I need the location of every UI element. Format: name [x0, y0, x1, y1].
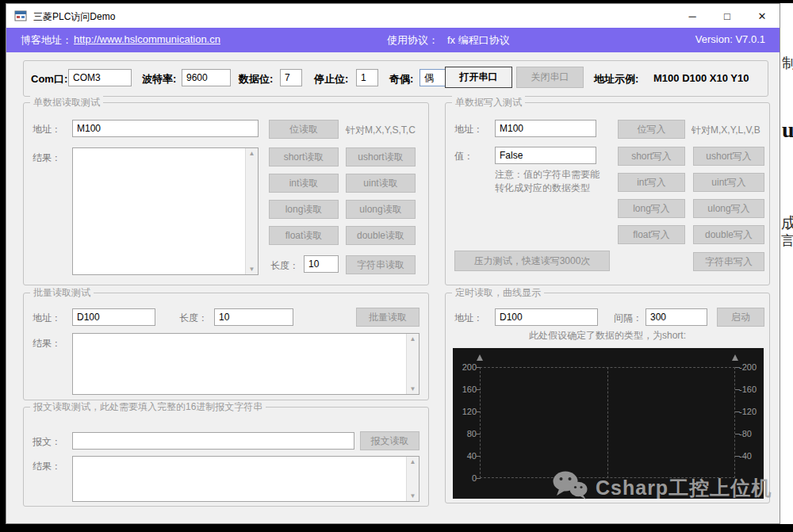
- batch-result-label: 结果：: [33, 337, 61, 350]
- batch-read-button[interactable]: 批量读取: [356, 308, 419, 327]
- chart-center-gridline: [607, 367, 608, 478]
- background-text-fragment: 制: [782, 54, 793, 73]
- protocol-label: 使用协议：: [387, 33, 439, 48]
- float-read-button[interactable]: float读取: [269, 226, 339, 245]
- tick-mark: [735, 456, 740, 457]
- uint-write-button[interactable]: uint写入: [693, 173, 764, 192]
- baud-rate-input[interactable]: 9600: [182, 69, 231, 86]
- left-axis-tick: 120: [454, 407, 477, 416]
- string-read-button[interactable]: 字符串读取: [346, 255, 416, 274]
- right-axis-tick: -200: [739, 362, 757, 372]
- right-axis-tick: -80: [739, 429, 752, 438]
- blog-link[interactable]: http://www.hslcommunication.cn: [74, 33, 220, 45]
- scroll-up-icon[interactable]: ▲: [410, 335, 416, 343]
- right-axis-tick: -160: [739, 385, 757, 394]
- long-write-button[interactable]: long写入: [618, 199, 685, 218]
- bit-read-button[interactable]: 位读取: [269, 120, 339, 139]
- short-read-button[interactable]: short读取: [269, 147, 339, 166]
- stop-bits-label: 停止位:: [314, 72, 348, 86]
- com-port-input[interactable]: COM3: [68, 69, 132, 86]
- scroll-down-icon[interactable]: ▼: [249, 266, 255, 273]
- int-write-button[interactable]: int写入: [618, 173, 685, 192]
- close-serial-button[interactable]: 关闭串口: [516, 67, 584, 88]
- tick-mark: [476, 367, 481, 368]
- left-axis-arrow-icon: [477, 354, 483, 361]
- message-result-label: 结果：: [33, 460, 61, 473]
- ushort-read-button[interactable]: ushort读取: [346, 147, 416, 166]
- address-example-label: 地址示例:: [594, 72, 638, 86]
- scrollbar[interactable]: ▲ ▼: [406, 457, 419, 501]
- app-window: 三菱PLC访问Demo ─ □ ✕ 博客地址： http://www.hslco…: [6, 3, 780, 524]
- short-write-button[interactable]: short写入: [618, 147, 685, 166]
- watermark-text: Csharp工控上位机: [596, 475, 772, 501]
- message-read-button[interactable]: 报文读取: [360, 431, 419, 450]
- background-text-fragment: 言: [781, 232, 793, 250]
- baud-rate-label: 波特率:: [142, 72, 176, 86]
- tick-mark: [476, 389, 481, 390]
- timed-read-hint: 此处假设确定了数据的类型，为short:: [453, 329, 762, 343]
- right-axis-tick: -120: [739, 407, 757, 416]
- wechat-icon: [552, 470, 588, 505]
- float-write-button[interactable]: float写入: [618, 225, 685, 244]
- left-axis-tick: 160: [454, 385, 477, 394]
- single-write-group-title: 单数据写入测试: [452, 96, 525, 109]
- batch-address-input[interactable]: D100: [72, 308, 155, 326]
- close-button[interactable]: ✕: [745, 4, 780, 28]
- single-read-address-input[interactable]: M100: [72, 120, 259, 137]
- ushort-write-button[interactable]: ushort写入: [693, 147, 764, 166]
- scroll-down-icon[interactable]: ▼: [410, 385, 416, 392]
- edge-left: [0, 0, 6, 532]
- single-read-address-label: 地址：: [33, 123, 61, 136]
- edge-bottom: [0, 524, 793, 532]
- title-bar[interactable]: 三菱PLC访问Demo ─ □ ✕: [6, 4, 780, 28]
- ulong-read-button[interactable]: ulong读取: [346, 200, 416, 219]
- double-write-button[interactable]: double写入: [693, 225, 764, 244]
- single-read-length-input[interactable]: 10: [304, 255, 339, 273]
- batch-length-input[interactable]: 10: [214, 308, 293, 326]
- uint-read-button[interactable]: uint读取: [346, 174, 416, 193]
- scroll-down-icon[interactable]: ▼: [410, 492, 416, 499]
- single-read-length-label: 长度：: [270, 259, 299, 273]
- open-serial-button[interactable]: 打开串口: [445, 67, 512, 88]
- background-text-fragment: u: [782, 117, 793, 143]
- scrollbar[interactable]: ▲ ▼: [406, 334, 419, 394]
- timed-interval-input[interactable]: 300: [646, 308, 707, 326]
- stress-test-button[interactable]: 压力测试，快速读写3000次: [454, 251, 610, 271]
- window-title: 三菱PLC访问Demo: [33, 10, 115, 24]
- batch-result-box[interactable]: ▲ ▼: [72, 333, 419, 395]
- ulong-write-button[interactable]: ulong写入: [693, 199, 764, 218]
- protocol-value: fx 编程口协议: [447, 33, 510, 48]
- bit-write-button[interactable]: 位写入: [618, 120, 685, 139]
- data-bits-input[interactable]: 7: [280, 69, 302, 86]
- timed-address-input[interactable]: D100: [495, 308, 598, 326]
- write-note-line2: 转化成对应的数据类型: [495, 182, 590, 195]
- tick-mark: [735, 434, 740, 434]
- single-write-value-input[interactable]: False: [495, 147, 596, 164]
- scroll-up-icon[interactable]: ▲: [410, 458, 416, 465]
- batch-length-label: 长度：: [179, 312, 208, 325]
- batch-read-group-title: 批量读取测试: [30, 286, 94, 300]
- int-read-button[interactable]: int读取: [269, 174, 339, 193]
- start-button[interactable]: 启动: [717, 308, 764, 327]
- app-icon: [14, 10, 27, 25]
- tick-mark: [735, 411, 740, 412]
- single-read-result-box[interactable]: ▲ ▼: [72, 147, 259, 275]
- scroll-up-icon[interactable]: ▲: [249, 150, 255, 157]
- watermark: Csharp工控上位机: [552, 470, 772, 505]
- string-write-button[interactable]: 字符串写入: [693, 252, 764, 271]
- double-read-button[interactable]: double读取: [346, 226, 416, 245]
- message-label: 报文：: [33, 435, 61, 449]
- scrollbar[interactable]: ▲ ▼: [245, 148, 258, 274]
- minimize-button[interactable]: ─: [675, 4, 710, 28]
- write-note-line1: 注意：值的字符串需要能: [495, 168, 600, 182]
- message-input[interactable]: [72, 432, 354, 450]
- maximize-button[interactable]: □: [710, 4, 745, 28]
- message-result-box[interactable]: ▲ ▼: [72, 456, 419, 502]
- single-write-value-label: 值：: [454, 150, 473, 163]
- stop-bits-input[interactable]: 1: [356, 69, 378, 86]
- version-label: Version: V7.0.1: [695, 33, 765, 45]
- long-read-button[interactable]: long读取: [269, 200, 339, 219]
- info-banner: 博客地址： http://www.hslcommunication.cn 使用协…: [6, 28, 780, 52]
- single-write-address-input[interactable]: M100: [495, 120, 596, 137]
- single-read-group-title: 单数据读取测试: [30, 96, 103, 109]
